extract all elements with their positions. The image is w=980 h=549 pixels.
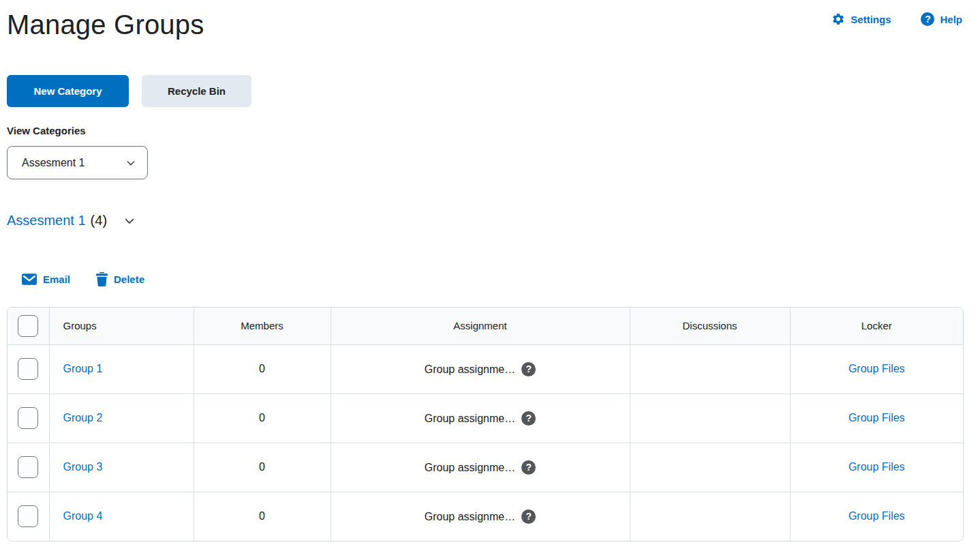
toolbar: New Category Recycle Bin [7, 75, 962, 107]
row-checkbox[interactable] [18, 407, 38, 429]
members-count: 0 [194, 492, 331, 541]
column-header-discussions: Discussions [630, 308, 790, 344]
assignment-text: Group assignme… [425, 412, 515, 424]
discussions-cell [630, 492, 790, 541]
view-categories-label: View Categories [7, 125, 962, 136]
category-select-value: Assesment 1 [22, 157, 85, 169]
column-header-members: Members [194, 308, 331, 344]
question-circle-icon[interactable]: ? [521, 362, 536, 376]
question-circle-icon: ? [921, 12, 934, 26]
discussions-cell [630, 344, 790, 394]
group-files-link[interactable]: Group Files [848, 510, 905, 522]
table-row: Group 2 0 Group assignme…? Group Files [7, 394, 963, 443]
header-actions: Settings ? Help [831, 12, 962, 26]
delete-button[interactable]: Delete [96, 272, 144, 286]
bulk-actions: Email Delete [7, 272, 962, 286]
email-button[interactable]: Email [22, 273, 70, 285]
group-files-link[interactable]: Group Files [848, 461, 905, 473]
trash-icon [96, 272, 108, 286]
row-checkbox[interactable] [18, 358, 38, 380]
envelope-icon [22, 273, 37, 285]
chevron-down-icon[interactable] [123, 215, 136, 227]
group-link[interactable]: Group 2 [63, 412, 103, 424]
column-header-groups: Groups [49, 308, 194, 344]
select-all-checkbox[interactable] [18, 315, 38, 337]
row-checkbox[interactable] [18, 456, 38, 478]
help-label: Help [940, 14, 962, 25]
question-circle-icon[interactable]: ? [521, 509, 536, 524]
question-circle-icon[interactable]: ? [521, 411, 536, 426]
help-button[interactable]: ? Help [921, 12, 962, 26]
assignment-text: Group assignme… [425, 363, 515, 374]
groups-table: Groups Members Assignment Discussions Lo… [7, 307, 964, 541]
group-link[interactable]: Group 1 [63, 363, 103, 374]
column-header-locker: Locker [790, 308, 963, 344]
category-count: (4) [91, 213, 107, 228]
row-checkbox[interactable] [18, 505, 38, 527]
assignment-text: Group assignme… [425, 510, 515, 522]
assignment-text: Group assignme… [425, 461, 515, 473]
category-heading: Assesment 1 (4) [7, 213, 962, 228]
settings-button[interactable]: Settings [831, 12, 891, 26]
delete-label: Delete [114, 273, 144, 285]
members-count: 0 [194, 443, 331, 492]
category-heading-link[interactable]: Assesment 1 [7, 213, 86, 228]
table-row: Group 4 0 Group assignme…? Group Files [7, 492, 963, 541]
group-link[interactable]: Group 4 [63, 510, 103, 522]
column-header-assignment: Assignment [331, 308, 630, 344]
table-row: Group 3 0 Group assignme…? Group Files [7, 443, 963, 492]
group-link[interactable]: Group 3 [63, 461, 103, 473]
question-circle-icon[interactable]: ? [521, 460, 536, 475]
group-files-link[interactable]: Group Files [848, 412, 905, 424]
chevron-down-icon [125, 158, 136, 168]
topbar: Manage Groups Settings ? Help [7, 7, 962, 42]
table-header-row: Groups Members Assignment Discussions Lo… [7, 308, 963, 344]
new-category-button[interactable]: New Category [7, 75, 129, 107]
page-title: Manage Groups [7, 7, 204, 42]
email-label: Email [43, 273, 70, 285]
manage-groups-page: Manage Groups Settings ? Help New Catego… [0, 0, 980, 541]
group-files-link[interactable]: Group Files [848, 363, 905, 374]
discussions-cell [630, 394, 790, 443]
table-row: Group 1 0 Group assignme…? Group Files [7, 344, 963, 394]
discussions-cell [630, 443, 790, 492]
members-count: 0 [194, 394, 331, 443]
gear-icon [831, 12, 845, 26]
settings-label: Settings [851, 14, 891, 25]
members-count: 0 [194, 344, 331, 394]
category-select[interactable]: Assesment 1 [7, 146, 148, 179]
recycle-bin-button[interactable]: Recycle Bin [142, 75, 251, 107]
